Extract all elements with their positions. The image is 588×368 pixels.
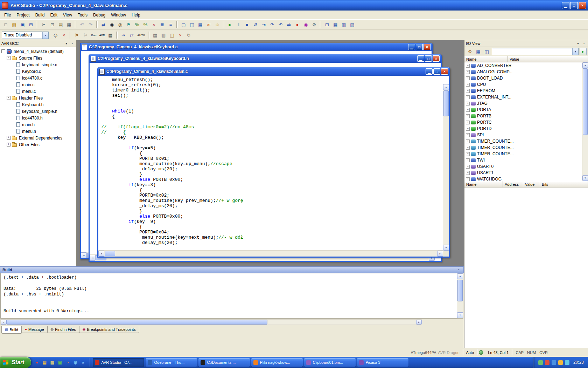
io-item-timer-counte[interactable]: +TIMER_COUNTE... [464,138,582,144]
scroll-down-icon[interactable]: ▼ [457,312,463,318]
scroll-up-icon[interactable]: ▲ [443,84,449,90]
tab-message[interactable]: ●Message [21,326,48,333]
scroll-down-icon[interactable]: ▼ [443,245,449,251]
memory-view-icon[interactable]: ▦ [151,31,159,39]
io-refresh-button[interactable]: ► [580,48,587,55]
project-panel-header[interactable]: AVR GCC ▼ × [0,40,76,47]
expand-icon[interactable]: + [466,95,470,99]
io-item-boot-load[interactable]: +BOOT_LOAD [464,75,582,81]
minimize-button[interactable]: ▁ [408,44,415,50]
new-file-icon[interactable]: □ [2,21,10,28]
expand-icon[interactable]: + [466,146,470,150]
scroll-right-icon[interactable]: ► [437,251,443,257]
run-icon[interactable]: ► [226,21,234,28]
expand-icon[interactable]: + [466,114,470,118]
expand-icon[interactable]: + [466,133,470,137]
editor-window-main-c[interactable]: C:\Programy_C\menu_4_klawisze\main.c ▁ □… [97,67,450,258]
window-title-bar[interactable]: C:\Programy_C\menu_4_klawisze\main.c ▁ □… [98,67,449,76]
maximize-button[interactable]: □ [433,68,440,75]
taskbar-task-picasa-3[interactable]: Picasa 3 [357,358,408,367]
io-item-twi[interactable]: +TWI [464,157,582,163]
zoom-percent-alt-icon[interactable]: % [141,21,149,28]
menu-debug[interactable]: Debug [90,11,108,19]
close-button[interactable]: × [579,2,586,9]
expand-icon[interactable]: + [466,127,470,131]
tree-item-external-dependencies[interactable]: +External Dependencies [0,135,76,141]
io-item-ad-converter[interactable]: +AD_CONVERTER [464,62,582,69]
tree-expander-icon[interactable]: + [7,143,10,146]
grid-icon[interactable]: ▦ [106,31,114,39]
minimize-button[interactable]: ▁ [426,68,433,75]
tray-icon-blue[interactable] [552,360,556,365]
expand-icon[interactable]: + [466,177,470,181]
column-header-value[interactable]: Value [508,56,588,62]
io-item-external-int[interactable]: +EXTERNAL_INT... [464,94,582,100]
title-bar[interactable]: AVR Studio - C:\Programy_C\menu_4_klawis… [0,0,588,11]
refresh-icon[interactable]: ↻ [185,31,193,39]
expand-icon[interactable]: + [466,102,470,105]
quicklaunch-browser-icon[interactable]: ◉ [72,359,79,366]
expand-icon[interactable]: + [466,152,470,156]
io-layout-icon[interactable]: ◫ [483,48,491,55]
jump-prev-icon[interactable]: ⇄ [128,31,136,39]
tree-item-lcd44780-c[interactable]: lcd44780.c [0,75,76,81]
chip-view-icon[interactable]: ▦ [196,21,204,28]
expand-icon[interactable]: + [466,165,470,169]
scroll-up-icon[interactable]: ▲ [457,273,463,279]
step-over-icon[interactable]: ↷ [268,21,276,28]
maximize-button[interactable]: □ [425,55,432,62]
con-badge-icon[interactable]: Con [90,31,98,39]
quicklaunch-mail-icon[interactable]: ▤ [41,359,48,366]
vertical-scrollbar[interactable]: ▲ ▼ [582,62,588,181]
tree-item-header-files[interactable]: -Header Files [0,95,76,101]
reset-icon[interactable]: ↺ [251,21,259,28]
remove-x-icon[interactable]: × [176,31,184,39]
trace-mode-combo[interactable]: Trace Disabled ▼ [2,32,49,39]
panel-close-icon[interactable]: × [456,267,461,272]
expand-icon[interactable]: + [466,121,470,124]
scrollbar-thumb[interactable] [6,320,267,325]
clear-trace-icon[interactable]: × [60,31,68,39]
io-item-eeprom[interactable]: +EEPROM [464,88,582,94]
expand-icon[interactable]: + [466,158,470,162]
scrollbar-thumb[interactable] [457,280,463,301]
io-item-watchdog[interactable]: +WATCHDOG [464,176,582,181]
zoom-percent-icon[interactable]: % [133,21,141,28]
io-item-portc[interactable]: +PORTC [464,119,582,125]
tab-find-in-files[interactable]: ◎Find in Files [47,326,79,333]
io-item-porta[interactable]: +PORTA [464,107,582,113]
taskbar-task-c-documents[interactable]: C:\Documents ... [198,358,250,367]
vertical-scrollbar[interactable]: ▲ ▼ [457,273,463,318]
tree-item-source-files[interactable]: -Source Files [0,55,76,61]
show-display-icon[interactable]: ▢ [180,21,188,28]
pause-icon[interactable]: ‖ [234,21,243,28]
horizontal-scrollbar[interactable]: ◄ ► [98,250,443,257]
expand-icon[interactable]: + [466,139,470,143]
menu-tools[interactable]: Tools [75,11,90,19]
avr-badge-icon[interactable]: AVR [98,31,106,39]
panel-close-icon[interactable]: × [70,41,75,46]
menu-file[interactable]: File [1,11,14,19]
run-to-cursor-icon[interactable]: ⇄ [285,21,293,28]
window-title-bar[interactable]: C:\Programy_C\menu_4_klawisze\Keybord.c … [81,43,432,51]
menu-edit[interactable]: Edit [47,11,60,19]
package-icon[interactable]: ◫ [168,31,176,39]
scroll-left-icon[interactable]: ◄ [90,255,96,261]
cut-icon[interactable]: ✂ [40,21,48,28]
maximize-button[interactable]: □ [416,44,423,50]
toggle-breakpoint-icon[interactable]: ● [293,21,301,28]
quicklaunch-media-icon[interactable]: ● [33,359,40,366]
close-button[interactable]: × [424,44,430,50]
window-tile-icon[interactable]: ▦ [331,21,340,28]
ot-badge-icon[interactable]: OT [205,21,213,28]
expand-icon[interactable]: + [466,83,470,87]
code-editor[interactable]: menu_refresh(); kursor_refresh(0); timer… [98,76,449,257]
scroll-right-icon[interactable]: ► [416,320,422,325]
menu-build[interactable]: Build [33,11,48,19]
tree-item-menu-c[interactable]: menu.c [0,88,76,95]
io-item-portd[interactable]: +PORTD [464,125,582,132]
taskbar-task-avr-studio-c[interactable]: AVR Studio - C:\... [93,358,144,367]
tray-icon-green[interactable] [538,360,543,365]
tree-expander-icon[interactable]: + [7,136,10,140]
taskbar-task-pliki-nag-wkow[interactable]: Pliki nagłówkow... [251,358,303,367]
